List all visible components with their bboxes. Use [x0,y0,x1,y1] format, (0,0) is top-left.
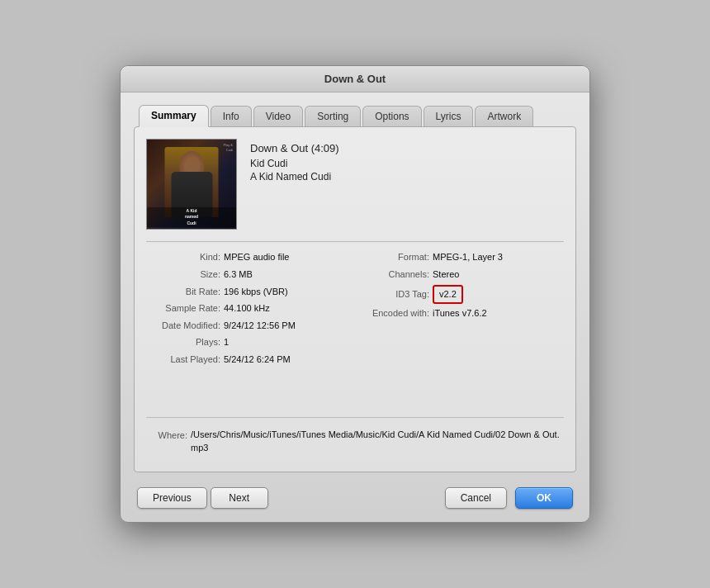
value-id3: v2.2 [433,285,463,305]
value-samplerate: 44.100 kHz [224,301,270,316]
info-row-channels: Channels: Stereo [355,268,564,282]
window-title: Down & Out [324,73,386,85]
info-row-samplerate: Sample Rate: 44.100 kHz [146,301,355,316]
info-grid: Kind: MPEG audio file Size: 6.3 MB Bit R… [146,250,564,367]
album-art-top-text: Play &Cudi [223,143,233,152]
track-album: A Kid Named Cudi [250,171,339,183]
content-area: Play &Cudi A KidnamedCudi Down & Out (4:… [134,126,576,472]
divider-1 [146,241,564,242]
value-plays: 1 [224,335,229,350]
info-row-encoded: Encoded with: iTunes v7.6.2 [355,306,564,321]
tab-sorting[interactable]: Sorting [305,106,361,127]
label-plays: Plays: [146,335,220,350]
dialog-body: Summary Info Video Sorting Options Lyric… [121,92,589,521]
where-label: Where: [146,428,187,443]
next-button[interactable]: Next [211,487,268,509]
info-left: Kind: MPEG audio file Size: 6.3 MB Bit R… [146,250,355,367]
info-right: Format: MPEG-1, Layer 3 Channels: Stereo… [355,250,564,367]
info-row-plays: Plays: 1 [146,335,355,350]
tab-info[interactable]: Info [211,106,252,127]
tab-video[interactable]: Video [253,106,303,127]
dialog-window: Down & Out Summary Info Video Sorting Op… [120,65,590,522]
label-channels: Channels: [355,268,429,282]
label-lastplayed: Last Played: [146,353,220,368]
album-art-bottom-text: A KidnamedCudi [147,207,236,228]
info-row-datemod: Date Modified: 9/24/12 12:56 PM [146,319,355,334]
button-row: Previous Next Cancel OK [134,487,576,509]
tab-summary[interactable]: Summary [139,105,209,127]
info-row-kind: Kind: MPEG audio file [146,250,355,265]
label-samplerate: Sample Rate: [146,301,220,316]
value-encoded: iTunes v7.6.2 [433,306,487,321]
album-art: Play &Cudi A KidnamedCudi [146,139,237,230]
label-kind: Kind: [146,250,220,265]
track-title-area: Down & Out (4:09) Kid Cudi A Kid Named C… [250,139,339,183]
tab-bar: Summary Info Video Sorting Options Lyric… [134,104,576,126]
label-encoded: Encoded with: [355,306,429,321]
tab-artwork[interactable]: Artwork [475,106,533,127]
track-artist: Kid Cudi [250,158,339,169]
where-path: /Users/Chris/Music/iTunes/iTunes Media/M… [191,428,564,455]
value-bitrate: 196 kbps (VBR) [224,285,288,300]
info-row-format: Format: MPEG-1, Layer 3 [355,250,564,265]
info-row-lastplayed: Last Played: 5/24/12 6:24 PM [146,353,355,368]
ok-button[interactable]: OK [515,487,573,509]
info-row-bitrate: Bit Rate: 196 kbps (VBR) [146,285,355,300]
label-bitrate: Bit Rate: [146,285,220,300]
value-channels: Stereo [433,268,459,282]
value-datemod: 9/24/12 12:56 PM [224,319,296,334]
title-bar: Down & Out [121,66,589,92]
tab-lyrics[interactable]: Lyrics [424,106,474,127]
info-row-id3: ID3 Tag: v2.2 [355,285,564,305]
btn-group-right: Cancel OK [445,487,573,509]
info-row-size: Size: 6.3 MB [146,268,355,282]
value-format: MPEG-1, Layer 3 [433,250,503,265]
track-header: Play &Cudi A KidnamedCudi Down & Out (4:… [146,139,564,230]
where-row: Where: /Users/Chris/Music/iTunes/iTunes … [146,428,564,455]
label-format: Format: [355,250,429,265]
label-id3: ID3 Tag: [355,287,429,302]
value-kind: MPEG audio file [224,250,289,265]
divider-2 [146,417,564,418]
value-lastplayed: 5/24/12 6:24 PM [224,353,291,368]
previous-button[interactable]: Previous [137,487,207,509]
cancel-button[interactable]: Cancel [445,487,507,509]
btn-group-left: Previous Next [137,487,268,509]
tab-options[interactable]: Options [362,106,421,127]
value-size: 6.3 MB [224,268,253,282]
where-section: Where: /Users/Chris/Music/iTunes/iTunes … [146,428,564,455]
label-datemod: Date Modified: [146,319,220,334]
label-size: Size: [146,268,220,282]
track-title: Down & Out (4:09) [250,142,339,154]
